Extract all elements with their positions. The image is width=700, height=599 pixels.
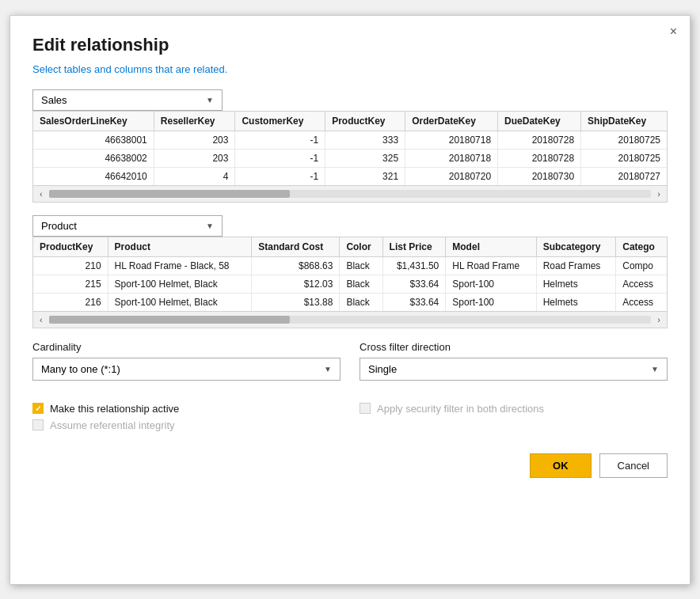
table-row: 46638001203-1333201807182018072820180725 (33, 131, 667, 149)
table-cell: 46638002 (33, 149, 154, 167)
cross-filter-section: Cross filter direction Single ▼ (360, 341, 668, 381)
table-cell: $33.64 (382, 293, 446, 311)
table-cell: 210 (33, 256, 108, 275)
table-row: 210HL Road Frame - Black, 58$868.63Black… (33, 256, 667, 275)
table-row: 46638002203-1325201807182018072820180725 (33, 149, 667, 167)
security-checkbox-row[interactable]: Apply security filter in both directions (360, 403, 668, 415)
options-right: Apply security filter in both directions (360, 392, 668, 436)
table-cell: 215 (33, 275, 108, 293)
product-col-subcategory: Subcategory (536, 237, 616, 257)
table-cell: Helmets (536, 293, 616, 311)
table-cell: 20180728 (498, 149, 581, 167)
product-col-color: Color (340, 237, 382, 257)
table-cell: $868.63 (252, 256, 340, 275)
product-table-section: Product ▼ ProductKey Product Standard Co… (32, 215, 668, 328)
table-cell: HL Road Frame - Black, 58 (108, 256, 252, 275)
sales-data-table: SalesOrderLineKey ResellerKey CustomerKe… (33, 112, 667, 185)
product-col-productkey: ProductKey (33, 237, 108, 257)
dialog-footer: OK Cancel (32, 453, 668, 478)
table-cell: -1 (235, 167, 325, 185)
product-col-product: Product (108, 237, 252, 257)
table-cell: Access (616, 275, 667, 293)
sales-scroll-track[interactable] (49, 190, 652, 198)
table-cell: $12.03 (252, 275, 340, 293)
product-scroll-track[interactable] (49, 316, 652, 324)
product-header-row: ProductKey Product Standard Cost Color L… (33, 237, 667, 257)
sales-col-customerkey: CustomerKey (235, 112, 325, 131)
product-col-standardcost: Standard Cost (252, 237, 340, 257)
table-cell: Sport-100 Helmet, Black (108, 293, 252, 311)
options-row: Make this relationship active Assume ref… (32, 392, 668, 436)
table-cell: 216 (33, 293, 108, 311)
table-cell: Sport-100 Helmet, Black (108, 275, 252, 293)
product-col-model: Model (446, 237, 536, 257)
table-cell: Sport-100 (446, 275, 536, 293)
cross-filter-label: Cross filter direction (360, 341, 668, 353)
table-cell: 203 (154, 131, 235, 149)
cardinality-arrow: ▼ (324, 365, 332, 373)
table-cell: Sport-100 (446, 293, 536, 311)
table-cell: Black (340, 275, 382, 293)
product-scrollbar[interactable]: ‹ › (33, 311, 667, 328)
table-cell: Black (340, 256, 382, 275)
cross-filter-value: Single (368, 363, 397, 375)
security-checkbox[interactable] (360, 403, 371, 414)
product-scroll-thumb (49, 316, 290, 324)
product-dropdown-value: Product (41, 220, 77, 232)
sales-scrollbar[interactable]: ‹ › (33, 185, 667, 202)
product-table-container: ProductKey Product Standard Cost Color L… (32, 237, 668, 328)
product-scroll-left[interactable]: ‹ (36, 313, 46, 326)
table-cell: 46642010 (33, 167, 154, 185)
product-data-table: ProductKey Product Standard Cost Color L… (33, 237, 667, 311)
table-cell: Access (616, 293, 667, 311)
dialog-subtitle: Select tables and columns that are relat… (32, 63, 668, 75)
table-cell: 20180727 (581, 167, 667, 185)
sales-header-row: SalesOrderLineKey ResellerKey CustomerKe… (33, 112, 667, 131)
product-col-listprice: List Price (382, 237, 446, 257)
close-button[interactable]: × (670, 25, 677, 38)
table-cell: $13.88 (252, 293, 340, 311)
table-cell: 325 (325, 149, 405, 167)
table-cell: 20180725 (581, 149, 667, 167)
sales-scroll-right[interactable]: › (654, 188, 664, 200)
security-checkbox-label: Apply security filter in both directions (377, 403, 544, 415)
cardinality-value: Many to one (*:1) (41, 363, 120, 375)
table-row: 215Sport-100 Helmet, Black$12.03Black$33… (33, 275, 667, 293)
referential-checkbox-row[interactable]: Assume referential integrity (32, 419, 340, 431)
active-checkbox-label: Make this relationship active (50, 403, 179, 415)
cardinality-dropdown[interactable]: Many to one (*:1) ▼ (32, 358, 340, 381)
active-checkbox[interactable] (32, 403, 44, 414)
active-checkbox-row[interactable]: Make this relationship active (32, 403, 340, 415)
product-col-category: Catego (616, 237, 667, 257)
table-row: 466420104-1321201807202018073020180727 (33, 167, 667, 185)
cardinality-label: Cardinality (32, 341, 340, 353)
table-cell: 20180718 (405, 149, 498, 167)
cross-filter-dropdown[interactable]: Single ▼ (360, 358, 668, 381)
sales-scroll-left[interactable]: ‹ (36, 188, 46, 200)
sales-col-orderdatekey: OrderDateKey (405, 112, 498, 131)
table-cell: Compo (616, 256, 667, 275)
table-cell: 46638001 (33, 131, 154, 149)
table-cell: 20180728 (498, 131, 581, 149)
table-cell: 203 (154, 149, 235, 167)
table-cell: 20180718 (405, 131, 498, 149)
table-cell: 4 (154, 167, 235, 185)
table-cell: 20180730 (498, 167, 581, 185)
sales-col-salesorderlinekey: SalesOrderLineKey (33, 112, 154, 131)
table-cell: 333 (325, 131, 405, 149)
cardinality-section: Cardinality Many to one (*:1) ▼ (32, 341, 340, 381)
dialog-title: Edit relationship (32, 35, 668, 55)
product-scroll-right[interactable]: › (654, 313, 664, 326)
table-cell: Helmets (536, 275, 616, 293)
sales-table-container: SalesOrderLineKey ResellerKey CustomerKe… (32, 111, 668, 203)
sales-dropdown-value: Sales (41, 94, 67, 106)
product-table-dropdown[interactable]: Product ▼ (32, 215, 223, 237)
sales-col-resellerkey: ResellerKey (154, 112, 235, 131)
referential-checkbox[interactable] (32, 419, 44, 430)
cancel-button[interactable]: Cancel (599, 453, 668, 478)
table-cell: Black (340, 293, 382, 311)
sales-table-dropdown[interactable]: Sales ▼ (32, 89, 223, 111)
referential-checkbox-label: Assume referential integrity (50, 419, 175, 431)
options-left: Make this relationship active Assume ref… (32, 392, 340, 436)
ok-button[interactable]: OK (530, 453, 592, 478)
